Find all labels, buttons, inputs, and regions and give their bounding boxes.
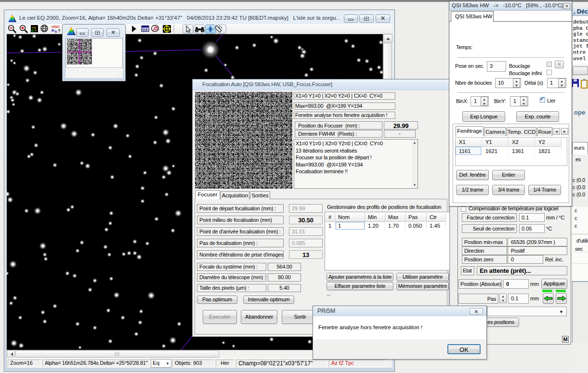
svg-text:?: ?: [58, 28, 61, 33]
svg-text:+: +: [35, 29, 37, 32]
svg-text:R: R: [52, 28, 54, 33]
svg-text:k: k: [55, 29, 57, 34]
